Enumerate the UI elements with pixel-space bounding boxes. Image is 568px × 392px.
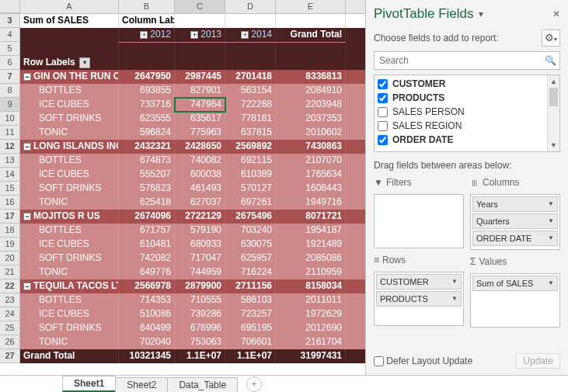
data-cell[interactable]: 510086: [119, 307, 175, 321]
data-cell[interactable]: 733716: [119, 98, 175, 112]
chip-dropdown-icon[interactable]: ▼: [451, 275, 458, 289]
data-cell[interactable]: 714353: [119, 293, 175, 307]
field-item[interactable]: ORDER DATE: [376, 133, 558, 147]
row-header[interactable]: 24: [0, 307, 20, 321]
data-cell[interactable]: 563154: [225, 84, 276, 98]
data-cell[interactable]: 1949716: [276, 196, 346, 210]
data-cell[interactable]: 635617: [175, 112, 225, 126]
row-header[interactable]: 12: [0, 140, 20, 154]
data-cell[interactable]: 706601: [225, 335, 276, 349]
chip-dropdown-icon[interactable]: ▼: [548, 276, 554, 290]
field-scrollbar[interactable]: ▲ ▼: [547, 75, 559, 151]
area-chip[interactable]: CUSTOMER▼: [376, 274, 462, 290]
data-cell[interactable]: 671757: [119, 224, 175, 238]
data-cell[interactable]: 640499: [119, 321, 175, 335]
row-header[interactable]: 14: [0, 168, 20, 182]
tab-sheet2[interactable]: Sheet2: [115, 377, 168, 392]
data-cell[interactable]: 674873: [119, 154, 175, 168]
row-header[interactable]: 19: [0, 238, 20, 252]
field-search[interactable]: 🔍: [374, 51, 560, 70]
data-cell[interactable]: 739286: [175, 307, 225, 321]
row-header[interactable]: 7: [0, 70, 20, 84]
expand-icon[interactable]: +: [190, 31, 198, 39]
data-cell[interactable]: 2012690: [276, 321, 346, 335]
field-checkbox[interactable]: [378, 93, 388, 103]
row-header[interactable]: 9: [0, 98, 20, 112]
row-header[interactable]: 17: [0, 210, 20, 224]
expand-icon[interactable]: +: [140, 31, 148, 39]
values-area[interactable]: Sum of SALES▼: [470, 273, 560, 328]
row-header[interactable]: 13: [0, 154, 20, 168]
data-cell[interactable]: 778181: [225, 112, 276, 126]
filters-area[interactable]: [374, 194, 464, 248]
scroll-thumb[interactable]: [549, 88, 558, 106]
columns-area[interactable]: Years▼Quarters▼ORDER DATE▼: [470, 194, 560, 250]
collapse-icon[interactable]: −: [23, 283, 31, 290]
data-cell[interactable]: 461493: [175, 182, 225, 196]
data-cell[interactable]: 570127: [225, 182, 276, 196]
row-header[interactable]: 20: [0, 252, 20, 265]
data-cell[interactable]: 2110959: [276, 265, 346, 279]
data-cell[interactable]: 576823: [119, 182, 175, 196]
tab-sheet1[interactable]: Sheet1: [62, 376, 116, 392]
data-cell[interactable]: 747964: [175, 98, 225, 112]
collapse-icon[interactable]: −: [23, 143, 31, 151]
row-header[interactable]: 21: [0, 265, 20, 279]
chip-dropdown-icon[interactable]: ▼: [548, 231, 554, 245]
row-header[interactable]: 8: [0, 84, 20, 98]
col-header-d[interactable]: D: [225, 0, 276, 13]
data-cell[interactable]: 2161704: [276, 335, 346, 349]
data-cell[interactable]: 716224: [225, 265, 276, 279]
data-cell[interactable]: 1765634: [276, 168, 346, 182]
field-checkbox[interactable]: [378, 79, 388, 89]
data-cell[interactable]: 625418: [119, 196, 175, 210]
data-cell[interactable]: 600038: [175, 168, 225, 182]
row-header[interactable]: 27: [0, 349, 20, 363]
data-cell[interactable]: 1954187: [276, 224, 346, 238]
data-cell[interactable]: 1972629: [276, 307, 346, 321]
chip-dropdown-icon[interactable]: ▼: [548, 197, 554, 211]
area-chip[interactable]: Years▼: [472, 196, 558, 212]
row-header[interactable]: 18: [0, 224, 20, 238]
data-cell[interactable]: 740082: [175, 154, 225, 168]
data-cell[interactable]: 630075: [225, 238, 276, 252]
data-cell[interactable]: 697261: [225, 196, 276, 210]
col-header-c[interactable]: C: [175, 0, 225, 13]
row-header[interactable]: 26: [0, 335, 20, 349]
data-cell[interactable]: 627037: [175, 196, 225, 210]
defer-checkbox[interactable]: [374, 356, 384, 366]
data-cell[interactable]: 579190: [175, 224, 225, 238]
data-cell[interactable]: 693855: [119, 84, 175, 98]
row-header[interactable]: 16: [0, 196, 20, 210]
col-header-a[interactable]: A: [20, 0, 119, 13]
data-cell[interactable]: 2037353: [276, 112, 346, 126]
collapse-icon[interactable]: −: [23, 213, 31, 220]
data-cell[interactable]: 722268: [225, 98, 276, 112]
close-icon[interactable]: ✕: [552, 9, 560, 19]
chip-dropdown-icon[interactable]: ▼: [451, 292, 458, 306]
data-cell[interactable]: 610481: [119, 238, 175, 252]
row-header[interactable]: 25: [0, 321, 20, 335]
row-header[interactable]: 15: [0, 182, 20, 196]
data-cell[interactable]: 744959: [175, 265, 225, 279]
area-chip[interactable]: Quarters▼: [472, 213, 558, 229]
data-cell[interactable]: 827901: [175, 84, 225, 98]
rows-area[interactable]: CUSTOMER▼PRODUCTS▼: [374, 272, 464, 326]
field-checkbox[interactable]: [378, 107, 388, 117]
data-cell[interactable]: 2085086: [276, 252, 346, 265]
data-cell[interactable]: 610389: [225, 168, 276, 182]
row-header[interactable]: 11: [0, 126, 20, 140]
gear-icon[interactable]: ⚙▾: [542, 29, 560, 47]
data-cell[interactable]: 676996: [175, 321, 225, 335]
data-cell[interactable]: 586103: [225, 293, 276, 307]
area-chip[interactable]: PRODUCTS▼: [376, 291, 462, 307]
data-cell[interactable]: 2011011: [276, 293, 346, 307]
row-header[interactable]: 5: [0, 42, 20, 56]
row-header[interactable]: 4: [0, 28, 20, 42]
row-header[interactable]: 10: [0, 112, 20, 126]
col-header-e[interactable]: E: [276, 0, 346, 13]
data-cell[interactable]: 723257: [225, 307, 276, 321]
expand-icon[interactable]: +: [241, 31, 249, 39]
data-cell[interactable]: 625957: [225, 252, 276, 265]
data-cell[interactable]: 555207: [119, 168, 175, 182]
